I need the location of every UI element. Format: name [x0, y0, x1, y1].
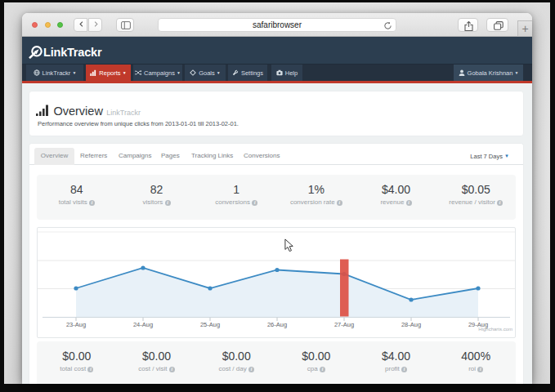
svg-text:28-Aug: 28-Aug	[401, 321, 421, 328]
svg-text:25-Aug: 25-Aug	[200, 321, 220, 328]
svg-text:27-Aug: 27-Aug	[334, 321, 354, 328]
svg-text:23-Aug: 23-Aug	[66, 321, 86, 328]
svg-text:24-Aug: 24-Aug	[133, 321, 153, 328]
svg-text:26-Aug: 26-Aug	[267, 321, 287, 328]
